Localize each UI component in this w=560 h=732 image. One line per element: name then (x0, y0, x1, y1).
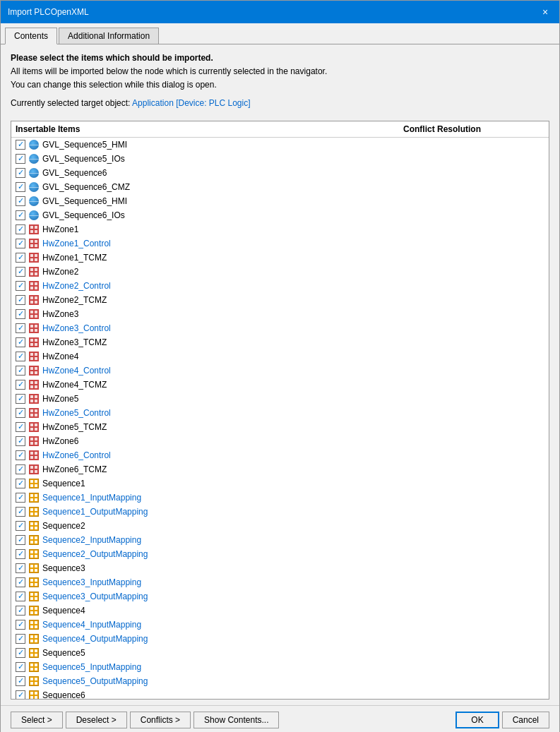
list-item[interactable]: ✓GVL_Sequence6_IOs (11, 208, 549, 222)
list-item[interactable]: ✓Sequence2_InputMapping (11, 533, 549, 547)
item-checkbox[interactable]: ✓ (16, 323, 25, 333)
item-checkbox[interactable]: ✓ (16, 224, 25, 234)
seq-icon (29, 648, 39, 658)
list-item[interactable]: ✓HwZone3_Control (11, 321, 549, 335)
select-button[interactable]: Select > (11, 712, 63, 728)
list-item[interactable]: ✓GVL_Sequence6 (11, 166, 549, 180)
list-item[interactable]: ✓Sequence3_InputMapping (11, 575, 549, 589)
item-checkbox[interactable]: ✓ (16, 210, 25, 220)
list-item[interactable]: ✓Sequence5_OutputMapping (11, 674, 549, 688)
list-item[interactable]: ✓Sequence1 (11, 476, 549, 491)
item-checkbox[interactable]: ✓ (16, 239, 25, 248)
cancel-button[interactable]: Cancel (502, 712, 549, 728)
svg-rect-107 (35, 597, 37, 600)
item-checkbox[interactable]: ✓ (16, 408, 25, 418)
item-checkbox[interactable]: ✓ (16, 606, 25, 616)
item-label: Sequence4_InputMapping (42, 620, 141, 630)
item-label: HwZone3 (42, 309, 78, 319)
item-checkbox[interactable]: ✓ (16, 309, 25, 319)
list-item[interactable]: ✓Sequence1_OutputMapping (11, 505, 549, 519)
list-item[interactable]: ✓HwZone4_TCMZ (11, 378, 549, 392)
item-checkbox[interactable]: ✓ (16, 648, 25, 658)
ok-button[interactable]: OK (455, 712, 499, 728)
item-checkbox[interactable]: ✓ (16, 366, 25, 376)
item-checkbox[interactable]: ✓ (16, 337, 25, 347)
item-checkbox[interactable]: ✓ (16, 464, 25, 474)
list-item[interactable]: ✓HwZone1 (11, 222, 549, 236)
list-item[interactable]: ✓GVL_Sequence5_HMI (11, 138, 549, 152)
svg-rect-97 (35, 565, 37, 568)
list-item[interactable]: ✓Sequence4_OutputMapping (11, 632, 549, 646)
item-checkbox[interactable]: ✓ (16, 196, 25, 206)
item-checkbox[interactable]: ✓ (16, 295, 25, 305)
item-checkbox[interactable]: ✓ (16, 493, 25, 503)
list-item[interactable]: ✓HwZone2_Control (11, 279, 549, 293)
item-checkbox[interactable]: ✓ (16, 479, 25, 488)
item-checkbox[interactable]: ✓ (16, 690, 25, 699)
conflicts-button[interactable]: Conflicts > (130, 712, 191, 728)
list-item[interactable]: ✓HwZone1_Control (11, 236, 549, 251)
deselect-button[interactable]: Deselect > (66, 712, 127, 728)
tab-contents[interactable]: Contents (5, 28, 57, 44)
list-item[interactable]: ✓HwZone3 (11, 307, 549, 321)
list-scroll[interactable]: ✓GVL_Sequence5_HMI✓GVL_Sequence5_IOs✓GVL… (11, 138, 549, 699)
item-checkbox[interactable]: ✓ (16, 507, 25, 517)
item-checkbox[interactable]: ✓ (16, 563, 25, 573)
list-item[interactable]: ✓HwZone6_TCMZ (11, 462, 549, 476)
list-item[interactable]: ✓HwZone4 (11, 349, 549, 364)
item-checkbox[interactable]: ✓ (16, 634, 25, 644)
list-item[interactable]: ✓Sequence1_InputMapping (11, 491, 549, 505)
list-item[interactable]: ✓GVL_Sequence5_IOs (11, 152, 549, 166)
list-item[interactable]: ✓Sequence2_OutputMapping (11, 547, 549, 561)
item-checkbox[interactable]: ✓ (16, 182, 25, 192)
item-checkbox[interactable]: ✓ (16, 422, 25, 432)
item-checkbox[interactable]: ✓ (16, 676, 25, 686)
item-checkbox[interactable]: ✓ (16, 535, 25, 545)
svg-rect-54 (30, 414, 33, 416)
list-item[interactable]: ✓Sequence5 (11, 646, 549, 660)
svg-rect-73 (35, 480, 37, 483)
list-item[interactable]: ✓GVL_Sequence6_CMZ (11, 180, 549, 194)
list-item[interactable]: ✓GVL_Sequence6_HMI (11, 194, 549, 208)
list-item[interactable]: ✓Sequence6 (11, 688, 549, 699)
item-checkbox[interactable]: ✓ (16, 394, 25, 404)
list-item[interactable]: ✓HwZone6 (11, 434, 549, 448)
list-item[interactable]: ✓HwZone6_Control (11, 448, 549, 462)
item-checkbox[interactable]: ✓ (16, 380, 25, 390)
item-checkbox[interactable]: ✓ (16, 577, 25, 587)
close-button[interactable]: × (538, 5, 552, 19)
svg-rect-74 (30, 484, 33, 487)
list-item[interactable]: ✓HwZone3_TCMZ (11, 335, 549, 349)
svg-rect-108 (30, 607, 33, 610)
item-checkbox[interactable]: ✓ (16, 253, 25, 263)
list-item[interactable]: ✓HwZone4_Control (11, 364, 549, 378)
list-item[interactable]: ✓Sequence4 (11, 604, 549, 618)
item-checkbox[interactable]: ✓ (16, 281, 25, 291)
tab-additional-info[interactable]: Additional Information (59, 28, 159, 44)
item-checkbox[interactable]: ✓ (16, 521, 25, 531)
item-checkbox[interactable]: ✓ (16, 592, 25, 601)
item-checkbox[interactable]: ✓ (16, 140, 25, 150)
item-checkbox[interactable]: ✓ (16, 154, 25, 164)
item-checkbox[interactable]: ✓ (16, 450, 25, 460)
list-item[interactable]: ✓Sequence5_InputMapping (11, 660, 549, 674)
target-label: Currently selected target object: (11, 98, 130, 108)
item-checkbox[interactable]: ✓ (16, 620, 25, 630)
item-checkbox[interactable]: ✓ (16, 662, 25, 672)
item-checkbox[interactable]: ✓ (16, 267, 25, 277)
item-checkbox[interactable]: ✓ (16, 436, 25, 446)
list-item[interactable]: ✓HwZone1_TCMZ (11, 251, 549, 265)
list-item[interactable]: ✓HwZone5_TCMZ (11, 420, 549, 434)
item-checkbox[interactable]: ✓ (16, 168, 25, 178)
list-item[interactable]: ✓Sequence3_OutputMapping (11, 589, 549, 604)
list-item[interactable]: ✓HwZone5_Control (11, 406, 549, 420)
list-item[interactable]: ✓HwZone5 (11, 392, 549, 406)
item-checkbox[interactable]: ✓ (16, 352, 25, 361)
list-item[interactable]: ✓Sequence3 (11, 561, 549, 575)
list-item[interactable]: ✓HwZone2 (11, 265, 549, 279)
item-checkbox[interactable]: ✓ (16, 549, 25, 559)
list-item[interactable]: ✓Sequence2 (11, 519, 549, 533)
list-item[interactable]: ✓HwZone2_TCMZ (11, 293, 549, 307)
list-item[interactable]: ✓Sequence4_InputMapping (11, 618, 549, 632)
show-contents-button[interactable]: Show Contents... (193, 712, 279, 728)
